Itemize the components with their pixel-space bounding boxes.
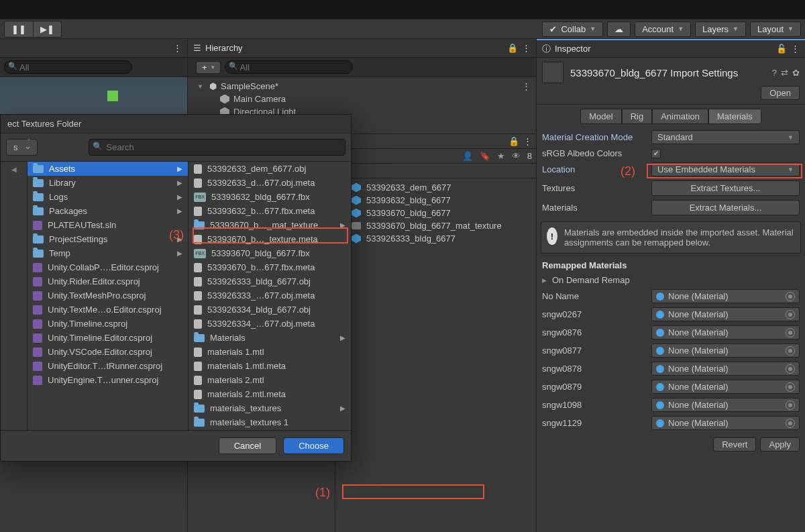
- layers-dropdown[interactable]: Layers ▼: [695, 21, 746, 37]
- picker-row[interactable]: Unity.Rider.Editor.csproj: [28, 274, 188, 288]
- material-slot[interactable]: None (Material): [651, 307, 800, 321]
- inspector-subtab[interactable]: Model: [580, 109, 621, 124]
- on-demand-remap-row[interactable]: ▶ On Demand Remap: [537, 273, 805, 287]
- project-asset[interactable]: 53393670_bldg_6677: [338, 207, 533, 219]
- menu-icon[interactable]: ⋮: [173, 43, 182, 53]
- pause-button[interactable]: ❚❚: [4, 21, 34, 38]
- picker-select[interactable]: s: [6, 139, 38, 156]
- back-icon[interactable]: ◀: [11, 166, 17, 173]
- material-creation-mode-dropdown[interactable]: Standard▼: [651, 130, 800, 144]
- picker-row[interactable]: 53393670_b…_texture.meta: [189, 232, 351, 246]
- picker-row[interactable]: 533926333_bldg_6677.obj: [189, 274, 351, 288]
- picker-row[interactable]: 53393632_b…677.fbx.meta: [189, 204, 351, 218]
- extract-textures-button[interactable]: Extract Textures...: [651, 180, 800, 196]
- material-slot[interactable]: None (Material): [651, 416, 800, 430]
- picker-row[interactable]: Unity.CollabP….Editor.csproj: [28, 260, 188, 274]
- object-picker-icon[interactable]: [786, 292, 795, 301]
- picker-row[interactable]: 53392633_dem_6677.obj: [189, 162, 351, 176]
- material-slot[interactable]: None (Material): [651, 289, 800, 303]
- lock-icon[interactable]: 🔒: [507, 43, 518, 53]
- inspector-subtab[interactable]: Materials: [708, 109, 761, 124]
- object-picker-icon[interactable]: [786, 346, 795, 356]
- hierarchy-search-input[interactable]: [225, 60, 353, 74]
- revert-button[interactable]: Revert: [713, 437, 756, 451]
- inspector-subtab[interactable]: Animation: [652, 109, 708, 124]
- picker-row[interactable]: Logs▶: [28, 190, 188, 204]
- scene-search-input[interactable]: [4, 60, 132, 74]
- help-icon[interactable]: ?: [772, 68, 777, 78]
- material-slot[interactable]: None (Material): [651, 325, 800, 339]
- settings-icon[interactable]: ✿: [792, 68, 800, 78]
- object-picker-icon[interactable]: [786, 382, 795, 392]
- material-slot[interactable]: None (Material): [651, 362, 800, 376]
- apply-button[interactable]: Apply: [760, 437, 800, 451]
- picker-row[interactable]: materials 2.mtl.meta: [189, 387, 351, 401]
- extract-materials-button[interactable]: Extract Materials...: [651, 200, 800, 215]
- filter-icon[interactable]: 👤: [462, 151, 473, 161]
- picker-row[interactable]: 533926333_…677.obj.meta: [189, 288, 351, 303]
- inspector-subtab[interactable]: Rig: [622, 109, 653, 124]
- picker-row[interactable]: 53393670_b…677.fbx.meta: [189, 260, 351, 274]
- picker-row[interactable]: 53392633_d…677.obj.meta: [189, 176, 351, 190]
- create-dropdown[interactable]: + ▾: [196, 61, 221, 74]
- menu-icon[interactable]: ⋮: [523, 136, 532, 146]
- picker-row[interactable]: FBX53393670_bldg_6677.fbx: [189, 246, 351, 260]
- material-slot[interactable]: None (Material): [651, 398, 800, 412]
- picker-row[interactable]: ProjectSettings▶: [28, 232, 188, 246]
- location-dropdown[interactable]: Use Embedded Materials▼: [651, 162, 800, 176]
- picker-row[interactable]: materials_textures▶: [189, 401, 351, 415]
- menu-icon[interactable]: ⋮: [522, 43, 531, 53]
- menu-icon[interactable]: ⋮: [522, 81, 531, 91]
- picker-row[interactable]: 53393670_b…_mat_texture▶: [189, 218, 351, 232]
- project-asset[interactable]: 533926333_bldg_6677: [338, 232, 533, 245]
- picker-row[interactable]: PLATEAUTest.sln: [28, 218, 188, 232]
- picker-row[interactable]: Unity.TextMe…o.Editor.csproj: [28, 303, 188, 317]
- object-picker-icon[interactable]: [786, 419, 795, 428]
- project-asset[interactable]: 53393632_bldg_6677: [338, 194, 533, 207]
- cancel-button[interactable]: Cancel: [219, 437, 276, 454]
- object-picker-icon[interactable]: [786, 364, 795, 374]
- account-dropdown[interactable]: Account ▼: [635, 21, 691, 37]
- picker-row[interactable]: Unity.VSCode.Editor.csproj: [28, 345, 188, 359]
- menu-icon[interactable]: ⋮: [791, 44, 800, 54]
- picker-search-input[interactable]: [89, 139, 346, 156]
- hierarchy-item[interactable]: Main Camera: [188, 93, 536, 105]
- picker-row[interactable]: Temp▶: [28, 246, 188, 260]
- project-asset[interactable]: 53392633_dem_6677: [338, 181, 533, 194]
- picker-row[interactable]: UnityEngine.T…unner.csproj: [28, 373, 188, 387]
- picker-row[interactable]: materials_textures 1: [189, 415, 351, 429]
- step-button[interactable]: ▶❚: [34, 21, 62, 38]
- scene-row[interactable]: ▼ ⬢ SampleScene* ⋮: [188, 80, 536, 93]
- open-button[interactable]: Open: [761, 86, 800, 100]
- picker-row[interactable]: 533926334_bldg_6677.obj: [189, 303, 351, 317]
- preset-icon[interactable]: ⇄: [781, 68, 788, 78]
- picker-row[interactable]: materials 1.mtl: [189, 345, 351, 359]
- collab-dropdown[interactable]: ✔ Collab ▼: [542, 21, 603, 37]
- cloud-button[interactable]: ☁: [607, 21, 631, 37]
- material-slot[interactable]: None (Material): [651, 343, 800, 358]
- picker-row[interactable]: materials 2.mtl: [189, 373, 351, 387]
- picker-row[interactable]: Unity.Timeline.csproj: [28, 317, 188, 331]
- picker-row[interactable]: UnityEditor.T…tRunner.csproj: [28, 359, 188, 373]
- picker-row[interactable]: Unity.Timeline.Editor.csproj: [28, 331, 188, 345]
- picker-row[interactable]: Assets▶: [28, 162, 188, 176]
- picker-row[interactable]: Materials▶: [189, 331, 351, 345]
- srgb-checkbox[interactable]: ✔: [651, 149, 661, 158]
- favorite-icon[interactable]: ★: [497, 151, 505, 161]
- layout-dropdown[interactable]: Layout ▼: [750, 21, 801, 37]
- picker-row[interactable]: FBX53393632_bldg_6677.fbx: [189, 190, 351, 204]
- picker-row[interactable]: Packages▶: [28, 204, 188, 218]
- label-icon[interactable]: 🔖: [480, 151, 490, 161]
- picker-row[interactable]: materials 1.mtl.meta: [189, 359, 351, 373]
- picker-row[interactable]: 533926334_…677.obj.meta: [189, 317, 351, 331]
- choose-button[interactable]: Choose: [283, 437, 344, 454]
- axis-y[interactable]: [107, 91, 118, 101]
- lock-icon[interactable]: 🔒: [508, 136, 519, 146]
- hidden-icon[interactable]: 👁: [512, 151, 521, 161]
- object-picker-icon[interactable]: [786, 328, 795, 337]
- picker-row[interactable]: Library▶: [28, 176, 188, 190]
- picker-row[interactable]: Unity.TextMeshPro.csproj: [28, 288, 188, 303]
- lock-icon[interactable]: 🔓: [776, 44, 787, 54]
- material-slot[interactable]: None (Material): [651, 380, 800, 394]
- object-picker-icon[interactable]: [786, 310, 795, 319]
